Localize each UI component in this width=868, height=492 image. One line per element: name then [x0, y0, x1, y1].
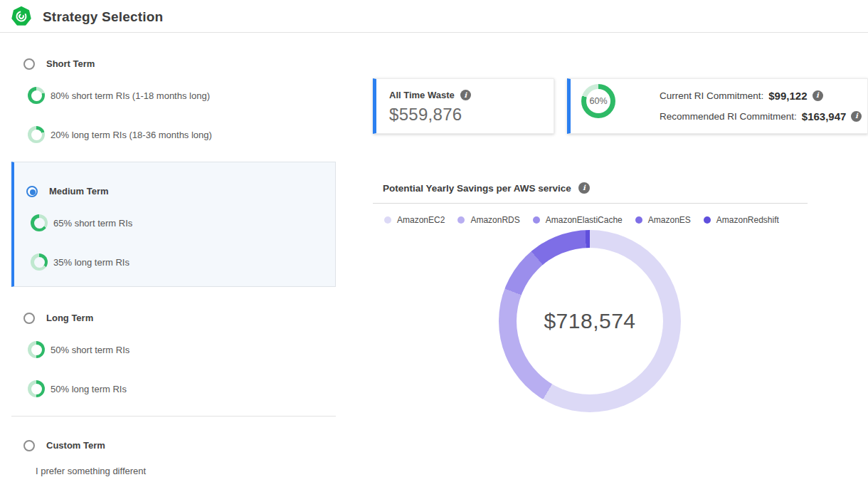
- recommended-ri-label: Recommended RI Commitment:: [660, 111, 797, 122]
- option-description: I prefer something different: [36, 466, 336, 476]
- option-radio-row-short-term[interactable]: Short Term: [11, 58, 336, 70]
- info-icon[interactable]: [578, 182, 590, 194]
- allocation-row: 80% short term RIs (1-18 months long): [11, 87, 336, 104]
- all-time-waste-card: All Time Waste $559,876: [373, 78, 554, 134]
- recommended-ri-commitment-row: Recommended RI Commitment: $163,947: [660, 110, 862, 122]
- option-radio-row-long-term[interactable]: Long Term: [11, 312, 336, 324]
- savings-chart-header: Potential Yearly Savings per AWS service: [383, 182, 590, 194]
- radio-button-custom-term[interactable]: [23, 440, 35, 451]
- option-label: Short Term: [46, 58, 95, 69]
- strategy-option-custom-term: Custom TermI prefer something different: [11, 416, 336, 476]
- legend-label: AmazonElastiCache: [546, 215, 623, 225]
- legend-item-amazonec2[interactable]: AmazonEC2: [384, 215, 445, 225]
- cloudcheckr-logo-icon: [11, 6, 31, 26]
- allocation-row: 20% long term RIs (18-36 months long): [11, 126, 336, 143]
- savings-chart-title: Potential Yearly Savings per AWS service: [383, 183, 571, 194]
- commitment-gauge: 60%: [581, 84, 615, 118]
- strategy-option-medium-term: Medium Term65% short term RIs35% long te…: [11, 162, 336, 287]
- option-label: Long Term: [46, 313, 93, 323]
- progress-ring-icon: [28, 126, 45, 143]
- legend-dot-icon: [704, 216, 711, 224]
- legend-dot-icon: [384, 216, 391, 224]
- current-ri-value: $99,122: [768, 90, 807, 102]
- legend-dot-icon: [533, 216, 540, 224]
- waste-card-title: All Time Waste: [389, 90, 455, 100]
- legend-label: AmazonRedshift: [716, 215, 779, 225]
- allocation-label: 65% short term RIs: [53, 218, 132, 229]
- page-header: Strategy Selection: [0, 0, 868, 33]
- savings-donut-chart: $718,574: [499, 230, 681, 412]
- option-label: Custom Term: [46, 440, 105, 451]
- legend-item-amazonredshift[interactable]: AmazonRedshift: [704, 215, 779, 225]
- gauge-percent-label: 60%: [589, 96, 607, 106]
- waste-amount: $559,876: [389, 105, 554, 125]
- allocation-label: 50% short term RIs: [51, 345, 129, 355]
- allocation-label: 80% short term RIs (1-18 months long): [51, 90, 210, 101]
- legend-item-amazonelasticache[interactable]: AmazonElastiCache: [533, 215, 623, 225]
- chart-divider: [373, 203, 808, 204]
- info-icon[interactable]: [813, 90, 823, 101]
- radio-button-medium-term[interactable]: [26, 186, 38, 197]
- strategy-options: Short Term80% short term RIs (1-18 month…: [11, 33, 336, 476]
- legend-label: AmazonES: [648, 215, 691, 225]
- radio-button-long-term[interactable]: [23, 313, 35, 324]
- progress-ring-icon: [28, 87, 45, 104]
- legend-label: AmazonRDS: [470, 215, 519, 225]
- progress-ring-icon: [31, 214, 48, 231]
- page-title: Strategy Selection: [43, 9, 163, 25]
- legend-label: AmazonEC2: [397, 215, 445, 225]
- info-icon[interactable]: [851, 111, 862, 122]
- option-radio-row-medium-term[interactable]: Medium Term: [14, 185, 335, 197]
- allocation-label: 20% long term RIs (18-36 months long): [51, 130, 212, 140]
- radio-button-short-term[interactable]: [23, 58, 35, 70]
- legend-item-amazonrds[interactable]: AmazonRDS: [457, 215, 519, 225]
- allocation-row: 65% short term RIs: [14, 214, 335, 231]
- chart-legend: AmazonEC2AmazonRDSAmazonElastiCacheAmazo…: [384, 215, 779, 225]
- allocation-row: 50% long term RIs: [11, 380, 336, 397]
- progress-ring-icon: [31, 253, 48, 271]
- strategy-option-long-term: Long Term50% short term RIs50% long term…: [11, 312, 336, 397]
- progress-ring-icon: [28, 341, 45, 358]
- ri-commitment-card: 60% Current RI Commitment: $99,122 Recom…: [567, 78, 868, 134]
- legend-item-amazones[interactable]: AmazonES: [635, 215, 691, 225]
- donut-total-value: $718,574: [544, 309, 635, 333]
- allocation-row: 50% short term RIs: [11, 341, 336, 358]
- strategy-selection-page: Strategy Selection Short Term80% short t…: [0, 0, 868, 492]
- legend-dot-icon: [635, 216, 642, 224]
- option-label: Medium Term: [49, 186, 109, 197]
- allocation-row: 35% long term RIs: [14, 253, 335, 271]
- current-ri-label: Current RI Commitment:: [660, 90, 763, 101]
- progress-ring-icon: [28, 380, 45, 397]
- strategy-option-short-term: Short Term80% short term RIs (1-18 month…: [11, 58, 336, 143]
- allocation-label: 50% long term RIs: [51, 384, 127, 394]
- info-icon[interactable]: [460, 90, 471, 100]
- recommended-ri-value: $163,947: [802, 110, 847, 122]
- legend-dot-icon: [457, 216, 465, 224]
- allocation-label: 35% long term RIs: [53, 257, 129, 268]
- current-ri-commitment-row: Current RI Commitment: $99,122: [660, 89, 862, 102]
- option-radio-row-custom-term[interactable]: Custom Term: [11, 439, 336, 451]
